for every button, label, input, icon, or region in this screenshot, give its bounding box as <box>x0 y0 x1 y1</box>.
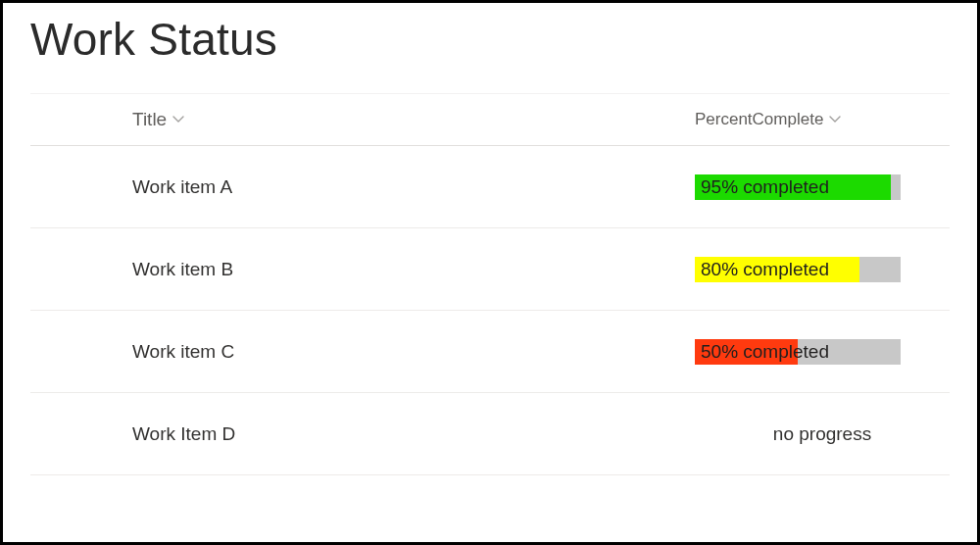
progress-label: 50% completed <box>701 339 829 365</box>
column-header-title-label: Title <box>132 109 167 130</box>
table-row[interactable]: Work Item Dno progress <box>30 393 950 475</box>
column-header-percent-complete[interactable]: PercentComplete <box>695 110 950 129</box>
progress-label: 95% completed <box>701 174 829 200</box>
progress-label: 80% completed <box>701 257 829 282</box>
chevron-down-icon <box>829 114 841 125</box>
chevron-down-icon <box>172 114 184 125</box>
table-row[interactable]: Work item C50% completed <box>30 311 950 393</box>
table-row[interactable]: Work item B80% completed <box>30 228 950 311</box>
column-header-title[interactable]: Title <box>132 109 695 130</box>
row-percent-complete: 50% completed <box>695 339 950 365</box>
work-status-list: Title PercentComplete Work item A95% com… <box>30 93 950 475</box>
no-progress-label: no progress <box>773 423 871 445</box>
column-header-percent-complete-label: PercentComplete <box>695 110 823 129</box>
list-header: Title PercentComplete <box>30 93 950 146</box>
row-title: Work Item D <box>132 423 695 445</box>
row-percent-complete: 80% completed <box>695 257 950 282</box>
row-title: Work item B <box>132 259 695 280</box>
row-title: Work item A <box>132 176 695 198</box>
progress-bar: 95% completed <box>695 174 901 200</box>
row-title: Work item C <box>132 341 695 363</box>
page-title: Work Status <box>30 13 950 66</box>
row-percent-complete: no progress <box>695 423 950 445</box>
progress-bar: 50% completed <box>695 339 901 365</box>
row-percent-complete: 95% completed <box>695 174 950 200</box>
table-row[interactable]: Work item A95% completed <box>30 146 950 228</box>
progress-bar: 80% completed <box>695 257 901 282</box>
